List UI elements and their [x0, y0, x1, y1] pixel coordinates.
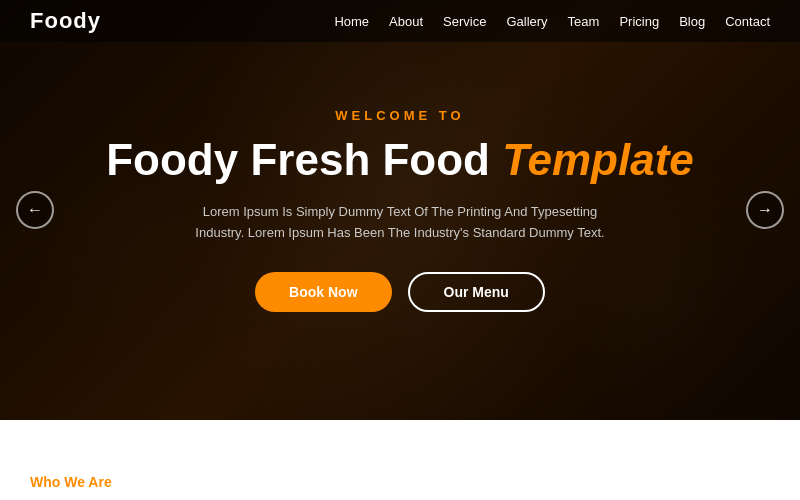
hero-buttons: Book Now Our Menu [106, 272, 694, 312]
nav-item-team[interactable]: Team [568, 12, 600, 30]
hero-subtitle: Welcome To [106, 108, 694, 123]
nav-item-gallery[interactable]: Gallery [506, 12, 547, 30]
arrow-right-icon: → [757, 201, 773, 219]
hero-description: Lorem Ipsum Is Simply Dummy Text Of The … [190, 202, 610, 244]
hero-title-part1: Foody Fresh Food [106, 135, 502, 184]
nav-link-home[interactable]: Home [334, 14, 369, 29]
nav-link-blog[interactable]: Blog [679, 14, 705, 29]
our-menu-button[interactable]: Our Menu [408, 272, 545, 312]
nav-link-service[interactable]: Service [443, 14, 486, 29]
hero-title: Foody Fresh Food Template [106, 135, 694, 186]
hero-content: Welcome To Foody Fresh Food Template Lor… [26, 108, 774, 311]
navbar: Foody Home About Service Gallery Team Pr… [0, 0, 800, 42]
hero-section: ← Welcome To Foody Fresh Food Template L… [0, 0, 800, 420]
nav-item-blog[interactable]: Blog [679, 12, 705, 30]
nav-link-contact[interactable]: Contact [725, 14, 770, 29]
brand-logo[interactable]: Foody [30, 8, 101, 34]
carousel-prev-button[interactable]: ← [16, 191, 54, 229]
nav-menu: Home About Service Gallery Team Pricing … [334, 12, 770, 30]
nav-link-gallery[interactable]: Gallery [506, 14, 547, 29]
below-hero-section: Who We Are [0, 420, 800, 500]
carousel-next-button[interactable]: → [746, 191, 784, 229]
nav-link-team[interactable]: Team [568, 14, 600, 29]
nav-item-contact[interactable]: Contact [725, 12, 770, 30]
who-we-are-label: Who We Are [30, 474, 112, 490]
nav-item-about[interactable]: About [389, 12, 423, 30]
book-now-button[interactable]: Book Now [255, 272, 391, 312]
nav-link-about[interactable]: About [389, 14, 423, 29]
hero-title-highlight: Template [502, 135, 694, 184]
nav-item-service[interactable]: Service [443, 12, 486, 30]
nav-item-home[interactable]: Home [334, 12, 369, 30]
nav-link-pricing[interactable]: Pricing [619, 14, 659, 29]
arrow-left-icon: ← [27, 201, 43, 219]
nav-item-pricing[interactable]: Pricing [619, 12, 659, 30]
